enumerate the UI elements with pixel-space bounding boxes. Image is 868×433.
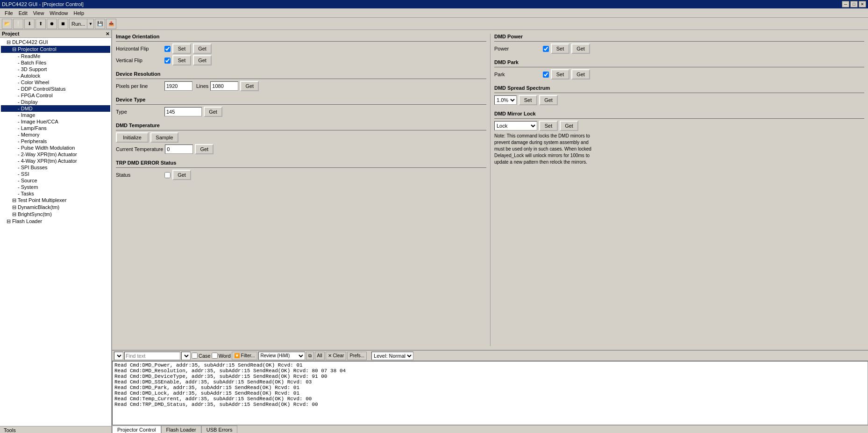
trp-status-checkbox[interactable]: [164, 172, 171, 178]
tools-tab[interactable]: Tools: [0, 426, 111, 433]
spread-get-btn[interactable]: Get: [539, 95, 558, 105]
close-button[interactable]: ✕: [859, 1, 866, 7]
type-input[interactable]: [164, 107, 202, 116]
toolbar-stop-btn[interactable]: ⏹: [58, 19, 68, 29]
vertical-flip-checkbox[interactable]: [164, 58, 171, 64]
toolbar-btn3[interactable]: ⬇: [24, 19, 35, 29]
horizontal-flip-get-btn[interactable]: Get: [193, 43, 212, 54]
vertical-flip-row: Vertical Flip Set Get: [116, 55, 486, 65]
power-get-btn[interactable]: Get: [571, 43, 590, 54]
run-dropdown[interactable]: ▼: [87, 19, 94, 29]
trp-status-row: Status Get: [116, 170, 486, 180]
tree-item[interactable]: - Memory: [1, 131, 110, 138]
copy-btn[interactable]: ⧉: [306, 352, 314, 360]
run-control: Run... ▼: [69, 19, 94, 29]
sample-btn[interactable]: Sample: [150, 132, 178, 143]
tree-item[interactable]: - Lamp/Fans: [1, 125, 110, 131]
current-temp-input[interactable]: [165, 144, 193, 154]
image-orientation-title: Image Orientation: [116, 34, 486, 39]
tab-flash-loader[interactable]: Flash Loader: [161, 426, 201, 433]
word-checkbox[interactable]: [212, 353, 218, 359]
run-button[interactable]: Run...: [69, 19, 87, 29]
lines-input[interactable]: [210, 81, 238, 91]
mirror-lock-get-btn[interactable]: Get: [560, 121, 578, 131]
horizontal-flip-checkbox[interactable]: [164, 46, 171, 52]
tree-item[interactable]: - 3D Support: [1, 66, 110, 72]
review-select[interactable]: Review (HiMI): [258, 352, 305, 360]
tree-item[interactable]: - DMD: [1, 105, 110, 112]
horizontal-flip-set-btn[interactable]: Set: [172, 43, 191, 54]
tree-item[interactable]: - FPGA Control: [1, 92, 110, 99]
trp-get-btn[interactable]: Get: [172, 170, 191, 180]
park-set-btn[interactable]: Set: [551, 69, 569, 79]
tree-item[interactable]: - Display: [1, 99, 110, 105]
menu-help[interactable]: Help: [71, 9, 87, 17]
level-select[interactable]: Level: Normal: [371, 352, 413, 360]
tree-item[interactable]: - Tasks: [1, 190, 110, 197]
temp-get-btn[interactable]: Get: [195, 144, 213, 154]
initialize-btn[interactable]: Initialize: [116, 132, 149, 143]
park-get-btn[interactable]: Get: [571, 69, 590, 79]
all-btn[interactable]: All: [315, 352, 325, 360]
find-input[interactable]: [124, 352, 180, 360]
tree-item[interactable]: - Color Wheel: [1, 79, 110, 86]
restore-button[interactable]: □: [850, 1, 858, 7]
tree-item[interactable]: - DDP Control/Status: [1, 86, 110, 92]
toolbar-btn2[interactable]: ❕: [13, 19, 23, 29]
toolbar-btn4[interactable]: ⬆: [36, 19, 46, 29]
tree-item[interactable]: - System: [1, 184, 110, 190]
tree-item[interactable]: - SPI Busses: [1, 164, 110, 171]
tree-item[interactable]: ⊟ BrightSync(tm): [1, 211, 110, 218]
tree-item[interactable]: ⊟ DynamicBlack(tm): [1, 204, 110, 211]
menu-edit[interactable]: Edit: [16, 9, 30, 17]
power-checkbox[interactable]: [543, 46, 549, 52]
tree-item[interactable]: - Autolock: [1, 72, 110, 79]
type-get-btn[interactable]: Get: [204, 107, 222, 117]
current-temp-label: Current Temperature: [116, 146, 163, 152]
tree-item[interactable]: ⊟ DLPC4422 GUI: [1, 39, 110, 46]
toolbar-save-btn[interactable]: 💾: [95, 19, 105, 29]
menu-file[interactable]: File: [2, 9, 16, 17]
prefs-btn[interactable]: Prefs...: [347, 352, 367, 360]
tree-item[interactable]: - SSI: [1, 171, 110, 177]
menu-window[interactable]: Window: [47, 9, 71, 17]
find-options-select[interactable]: [181, 352, 191, 360]
tree-item[interactable]: - Source: [1, 177, 110, 184]
menu-view[interactable]: View: [30, 9, 47, 17]
filter-btn[interactable]: 🔽 Filter...: [232, 352, 257, 360]
toolbar-load-btn[interactable]: 📤: [106, 19, 116, 29]
tab-projector-control[interactable]: Projector Control: [112, 426, 161, 433]
tree-item[interactable]: - Image Hue/CCA: [1, 118, 110, 125]
mirror-lock-set-btn[interactable]: Set: [539, 121, 558, 131]
case-checkbox[interactable]: [192, 353, 198, 359]
toolbar-open-btn[interactable]: 📂: [2, 19, 12, 29]
tree-item[interactable]: - 4-Way XPR(tm) Actuator: [1, 158, 110, 164]
tree-item[interactable]: - Image: [1, 112, 110, 118]
tree-item[interactable]: ⊟ Projector Control: [1, 46, 110, 53]
mirror-lock-note: Note: This command locks the DMD mirrors…: [494, 133, 597, 166]
minimize-button[interactable]: ─: [842, 1, 849, 7]
project-tree[interactable]: ⊟ DLPC4422 GUI⊟ Projector Control- ReadM…: [0, 38, 111, 426]
tree-item[interactable]: - 2-Way XPR(tm) Actuator: [1, 151, 110, 158]
pixels-per-line-input[interactable]: [164, 81, 192, 91]
spread-set-btn[interactable]: Set: [519, 95, 537, 105]
tree-item[interactable]: ⊟ Test Point Multiplexer: [1, 197, 110, 204]
tree-item[interactable]: - Batch Files: [1, 59, 110, 66]
tree-item[interactable]: - Pulse Width Modulation: [1, 144, 110, 151]
toolbar-btn5[interactable]: ⏺: [47, 19, 57, 29]
device-type-row: Type Get: [116, 107, 486, 117]
project-close-btn[interactable]: ✕: [106, 31, 109, 36]
vertical-flip-get-btn[interactable]: Get: [193, 55, 212, 65]
tree-item[interactable]: ⊟ Flash Loader: [1, 218, 110, 225]
power-set-btn[interactable]: Set: [551, 43, 569, 54]
spread-spectrum-select[interactable]: 0.5% 1.0% 1.5% 2.0%: [494, 95, 517, 105]
tree-item[interactable]: - Peripherals: [1, 138, 110, 144]
find-source-select[interactable]: [114, 352, 123, 360]
resolution-get-btn[interactable]: Get: [240, 81, 259, 91]
mirror-lock-select[interactable]: Lock Unlock Delayed_Lock: [494, 121, 537, 130]
vertical-flip-set-btn[interactable]: Set: [172, 55, 191, 65]
tree-item[interactable]: - ReadMe: [1, 53, 110, 59]
clear-btn[interactable]: ✕ Clear: [326, 352, 347, 360]
tab-usb-errors[interactable]: USB Errors: [201, 426, 238, 433]
park-checkbox[interactable]: [543, 72, 549, 78]
